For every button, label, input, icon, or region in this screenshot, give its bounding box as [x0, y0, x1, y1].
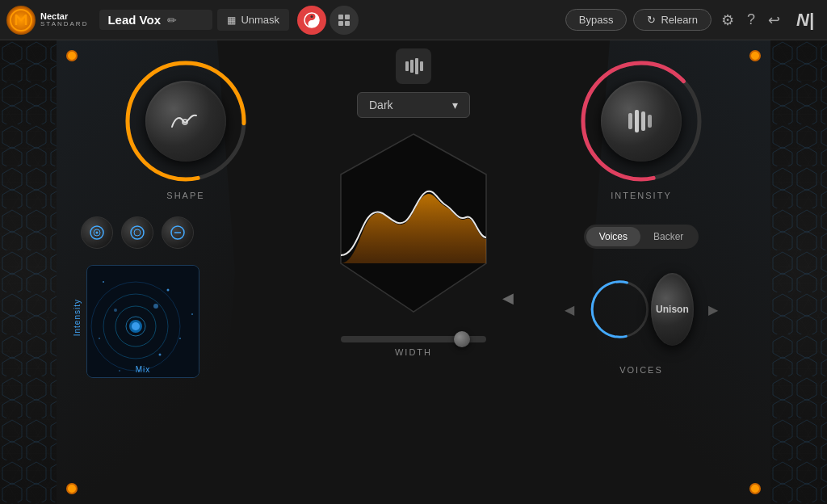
right-section: INTENSITY Voices Backer ◀: [528, 48, 754, 375]
link-button[interactable]: ↩: [765, 8, 783, 32]
svg-point-31: [99, 338, 100, 339]
top-bar: Nectar STANDARD Lead Vox ✏ ▦ Unmask: [0, 0, 827, 40]
voices-row: ◀ Unison ▶: [528, 257, 754, 362]
ni-logo: N|: [790, 10, 821, 31]
logo-area: Nectar STANDARD: [6, 6, 88, 35]
svg-point-27: [132, 322, 140, 330]
grid-view-button[interactable]: [330, 6, 359, 35]
settings-button[interactable]: ⚙: [718, 8, 737, 32]
small-knob-1[interactable]: [81, 216, 113, 249]
mask-icon: ▦: [227, 15, 236, 26]
svg-rect-48: [648, 115, 652, 128]
icon-row: [81, 216, 299, 249]
svg-point-29: [167, 289, 170, 292]
right-side-panel: [770, 40, 827, 504]
chevron-down-icon: ▾: [452, 99, 458, 111]
intensity-label: INTENSITY: [611, 191, 671, 200]
shape-knob-container: SHAPE: [73, 57, 299, 200]
unison-prev-arrow[interactable]: ◀: [558, 296, 581, 324]
svg-rect-53: [770, 40, 827, 504]
refresh-icon: ↻: [647, 14, 656, 26]
svg-rect-10: [0, 40, 57, 504]
bypass-button[interactable]: Bypass: [565, 9, 628, 31]
voices-prev-arrow[interactable]: ◀: [496, 283, 520, 313]
relearn-button[interactable]: ↻ Relearn: [633, 9, 712, 31]
voices-label: VOICES: [528, 365, 754, 375]
intensity-knob[interactable]: [577, 57, 706, 186]
center-section: Dark ▾: [315, 48, 512, 357]
logo-text: Nectar STANDARD: [40, 11, 88, 28]
svg-point-28: [103, 281, 104, 283]
svg-point-17: [131, 226, 144, 239]
svg-point-34: [179, 338, 181, 339]
svg-point-35: [153, 304, 158, 309]
left-section: SHAPE: [73, 48, 299, 485]
eq-pad-x-label: Mix: [136, 365, 151, 374]
logo-icon: [6, 6, 36, 35]
preset-area: Lead Vox ✏: [99, 10, 212, 30]
svg-point-2: [311, 15, 313, 18]
yin-yang-button[interactable]: [297, 6, 326, 35]
pencil-icon[interactable]: ✏: [167, 14, 177, 27]
small-knob-3[interactable]: [162, 216, 194, 249]
svg-rect-46: [635, 110, 639, 132]
voices-toggle-btn[interactable]: Voices: [586, 227, 640, 246]
svg-point-32: [159, 354, 162, 356]
svg-point-18: [134, 229, 141, 236]
content-area: SHAPE: [57, 40, 770, 504]
center-top-icon[interactable]: [396, 48, 431, 84]
unison-next-arrow[interactable]: ▶: [702, 296, 724, 324]
svg-rect-45: [628, 113, 632, 129]
svg-rect-6: [338, 21, 343, 26]
unison-text: Unison: [656, 304, 689, 315]
svg-rect-40: [420, 61, 423, 71]
intensity-knob-inner: [601, 81, 682, 162]
svg-rect-39: [415, 58, 418, 74]
width-label: WIDTH: [395, 347, 432, 357]
nav-icons: [297, 6, 359, 35]
svg-point-33: [119, 370, 120, 372]
hex-waveform[interactable]: [317, 126, 510, 320]
preset-name: Lead Vox: [107, 13, 161, 27]
dark-dropdown[interactable]: Dark ▾: [357, 92, 470, 118]
svg-point-3: [311, 23, 313, 25]
eq-pad-wrapper: Intensity: [73, 257, 299, 378]
shape-knob[interactable]: [121, 57, 250, 186]
indicator-bottom-right[interactable]: [749, 483, 761, 494]
svg-rect-7: [345, 21, 350, 26]
unison-knob[interactable]: Unison: [589, 257, 694, 362]
unmask-button[interactable]: ▦ Unmask: [217, 9, 289, 31]
voices-backer-toggle: Voices Backer: [528, 208, 754, 249]
svg-rect-38: [410, 60, 414, 73]
backer-toggle-btn[interactable]: Backer: [640, 227, 696, 246]
help-button[interactable]: ?: [744, 8, 758, 32]
width-control: WIDTH: [315, 336, 512, 357]
width-slider-thumb[interactable]: [454, 331, 470, 347]
shape-knob-inner: [145, 81, 226, 162]
small-knob-2[interactable]: [121, 216, 153, 249]
left-side-panel: [0, 40, 57, 504]
indicator-bottom-left[interactable]: [66, 483, 78, 494]
top-right-buttons: Bypass ↻ Relearn ⚙ ? ↩ N|: [565, 8, 821, 32]
svg-rect-37: [405, 61, 409, 71]
toggle-group: Voices Backer: [584, 225, 699, 249]
eq-pad-y-label: Intensity: [73, 299, 82, 336]
svg-point-50: [589, 271, 651, 349]
svg-rect-4: [338, 15, 343, 19]
width-slider[interactable]: [341, 336, 486, 342]
svg-rect-47: [641, 111, 645, 131]
svg-point-16: [96, 232, 99, 234]
intensity-knob-container: INTENSITY: [528, 57, 754, 200]
svg-rect-5: [345, 15, 350, 19]
shape-label: SHAPE: [166, 191, 204, 200]
svg-point-30: [191, 313, 193, 315]
unison-inner: Unison: [651, 273, 694, 346]
main-area: SHAPE: [0, 40, 827, 504]
eq-pad[interactable]: Mix: [86, 265, 199, 378]
dropdown-value: Dark: [369, 99, 393, 111]
svg-point-36: [114, 309, 117, 312]
